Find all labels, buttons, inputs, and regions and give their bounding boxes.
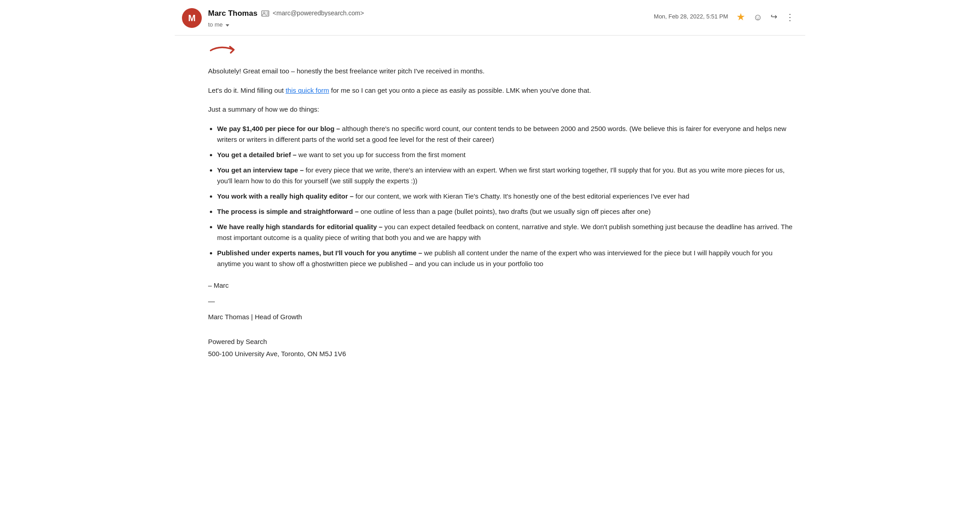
list-item: You get a detailed brief – we want to se… (217, 149, 794, 160)
paragraph-2-before-link: Let's do it. Mind filling out (208, 86, 286, 94)
star-icon[interactable]: ★ (736, 9, 745, 25)
sender-area: M Marc Thomas <marc@powere (182, 7, 364, 30)
signature-company: Powered by Search (208, 336, 794, 348)
svg-point-1 (263, 12, 265, 14)
email-signature: – Marc — Marc Thomas | Head of Growth Po… (208, 280, 794, 360)
sender-info: Marc Thomas <marc@poweredbysearch.com> (208, 7, 364, 30)
sender-name: Marc Thomas (208, 7, 258, 19)
list-item: We have really high standards for editor… (217, 222, 794, 243)
email-body: Absolutely! Great email too – honestly t… (175, 36, 805, 371)
emoji-reaction-icon[interactable]: ☺ (753, 10, 762, 24)
expand-recipients-icon[interactable] (226, 24, 229, 27)
to-row[interactable]: to me (208, 20, 364, 30)
signature-name: Marc Thomas | Head of Growth (208, 312, 794, 323)
paragraph-1: Absolutely! Great email too – honestly t… (208, 66, 794, 77)
paragraph-2: Let's do it. Mind filling out this quick… (208, 85, 794, 96)
closing: – Marc (208, 280, 794, 291)
email-header: M Marc Thomas <marc@powere (175, 0, 805, 36)
sender-name-row: Marc Thomas <marc@poweredbysearch.com> (208, 7, 364, 19)
contact-icon (261, 9, 269, 18)
more-options-icon[interactable]: ⋮ (785, 10, 794, 24)
forward-indicator (208, 43, 794, 59)
signature-address: 500-100 University Ave, Toronto, ON M5J … (208, 348, 794, 360)
email-text: Absolutely! Great email too – honestly t… (208, 66, 794, 360)
bullet-list: We pay $1,400 per piece for our blog – a… (217, 123, 794, 269)
sender-avatar: M (182, 8, 202, 28)
to-label: to me (208, 20, 223, 30)
list-item: Published under experts names, but I'll … (217, 248, 794, 269)
paragraph-3: Just a summary of how we do things: (208, 104, 794, 115)
list-item: You work with a really high quality edit… (217, 191, 794, 202)
sender-email-address: <marc@poweredbysearch.com> (273, 8, 364, 18)
quick-form-link[interactable]: this quick form (286, 86, 329, 94)
paragraph-2-after-link: for me so I can get you onto a piece as … (329, 86, 591, 94)
email-container: M Marc Thomas <marc@powere (175, 0, 805, 371)
header-actions: Mon, Feb 28, 2022, 5:51 PM ★ ☺ ↩ ⋮ (654, 7, 794, 25)
email-timestamp: Mon, Feb 28, 2022, 5:51 PM (654, 12, 728, 22)
list-item: The process is simple and straightforwar… (217, 206, 794, 217)
signature-divider: — (208, 296, 794, 307)
list-item: You get an interview tape – for every pi… (217, 165, 794, 186)
reply-icon[interactable]: ↩ (771, 10, 777, 23)
list-item: We pay $1,400 per piece for our blog – a… (217, 123, 794, 145)
